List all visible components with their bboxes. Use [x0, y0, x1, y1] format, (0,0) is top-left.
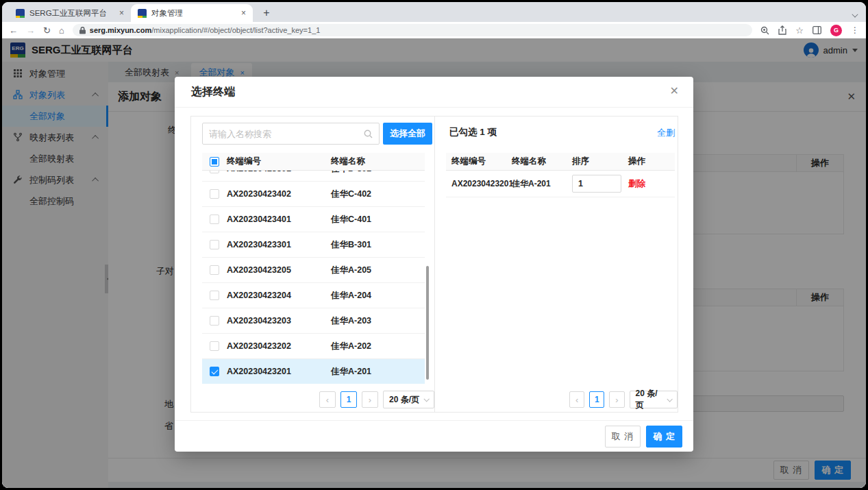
delete-link[interactable]: 删除	[628, 179, 645, 188]
terminal-code: AX20230423401	[227, 215, 331, 224]
terminal-code: AX20230423501	[227, 171, 331, 173]
terminal-name: 佳华C-402	[331, 188, 425, 200]
terminal-row[interactable]: AX20230423205佳华A-205	[202, 258, 425, 283]
next-page-button[interactable]: ›	[362, 391, 378, 408]
terminal-name: 佳华C-401	[331, 214, 425, 225]
terminal-code: AX20230423203	[227, 316, 331, 326]
select-terminal-modal: 选择终端 ✕ 选择全部 终端编号 终端名称 AX20230423501佳华D-5…	[175, 77, 693, 452]
scrollbar-thumb[interactable]	[426, 266, 429, 380]
browser-window: SERG工业互联网平台 × 对象管理 × + ← → ↻ ⌂ serg.mixy…	[2, 2, 866, 488]
terminal-code: AX20230423201	[446, 179, 512, 188]
page-number-button[interactable]: 1	[340, 391, 357, 408]
url-path: /mixapplication/#/object/object/list?act…	[151, 26, 320, 34]
row-checkbox[interactable]	[210, 215, 219, 224]
home-icon[interactable]: ⌂	[59, 26, 64, 35]
terminal-code: AX20230423205	[227, 265, 331, 275]
chevron-down-icon	[667, 396, 673, 402]
tab-close-icon[interactable]: ×	[241, 8, 246, 18]
lock-icon	[79, 27, 86, 34]
column-header-code: 终端编号	[227, 156, 331, 167]
page-size-value: 20 条/页	[636, 388, 663, 411]
terminal-name: 佳华A-201	[512, 178, 572, 190]
refresh-icon[interactable]: ↻	[43, 26, 51, 35]
browser-tab-1[interactable]: SERG工业互联网平台 ×	[9, 4, 131, 22]
terminal-name: 佳华B-301	[331, 239, 425, 251]
modal-footer: 取 消 确 定	[175, 420, 693, 452]
chevron-down-icon	[423, 396, 429, 402]
terminal-row[interactable]: AX20230423501佳华D-501	[202, 171, 425, 182]
selected-terminal-row: AX20230423201佳华A-201删除	[446, 171, 675, 197]
terminal-row[interactable]: AX20230423203佳华A-203	[202, 308, 425, 334]
right-pagination: ‹ 1 › 20 条/页	[569, 391, 678, 408]
terminal-name: 佳华A-201	[331, 366, 425, 378]
search-input[interactable]	[209, 129, 360, 139]
side-panel-icon[interactable]	[813, 26, 821, 34]
bookmark-icon[interactable]: ☆	[795, 25, 804, 36]
selected-summary: 已勾选 1 项	[449, 126, 497, 138]
row-checkbox[interactable]	[210, 240, 219, 249]
row-checkbox[interactable]	[210, 265, 219, 275]
terminal-code: AX20230423402	[227, 189, 331, 199]
row-checkbox[interactable]	[210, 367, 219, 376]
select-all-button[interactable]: 选择全部	[383, 123, 432, 145]
browser-toolbar: ← → ↻ ⌂ serg.mixyun.com/mixapplication/#…	[2, 22, 866, 38]
modal-header: 选择终端	[175, 77, 693, 108]
modal-confirm-button[interactable]: 确 定	[646, 426, 682, 448]
delete-all-link[interactable]: 全删	[657, 127, 675, 139]
select-all-checkbox[interactable]	[210, 157, 219, 167]
terminal-search-field[interactable]	[202, 123, 380, 145]
column-header-order: 排序	[572, 156, 628, 167]
page-size-select[interactable]: 20 条/页	[630, 391, 678, 408]
tab-title: 对象管理	[151, 8, 236, 19]
browser-profile-avatar[interactable]: G	[830, 25, 842, 36]
terminal-code: AX20230423301	[227, 240, 331, 249]
zoom-icon[interactable]	[760, 26, 769, 35]
column-header-code: 终端编号	[446, 156, 512, 167]
app-page: ERG SERG工业互联网平台 admin 对象管理 对象列表 全部对象	[2, 38, 866, 488]
terminal-row[interactable]: AX20230423402佳华C-402	[202, 182, 425, 207]
terminal-row[interactable]: AX20230423401佳华C-401	[202, 207, 425, 232]
row-checkbox[interactable]	[210, 341, 219, 351]
order-input[interactable]	[572, 175, 621, 193]
browser-tab-2[interactable]: 对象管理 ×	[131, 4, 253, 22]
search-icon	[364, 130, 373, 138]
page-number-button[interactable]: 1	[589, 391, 604, 408]
url-host: serg.mixyun.com	[90, 26, 151, 34]
terminal-name: 佳华A-205	[331, 265, 425, 276]
modal-close-icon[interactable]: ✕	[670, 86, 679, 97]
row-checkbox[interactable]	[210, 291, 219, 300]
new-tab-button[interactable]: +	[260, 7, 273, 19]
terminal-code: AX20230423201	[227, 367, 331, 376]
terminal-row[interactable]: AX20230423301佳华B-301	[202, 232, 425, 258]
tab-title: SERG工业互联网平台	[29, 8, 114, 19]
panel-divider	[434, 117, 435, 412]
column-header-name: 终端名称	[512, 156, 572, 167]
address-bar[interactable]: serg.mixyun.com/mixapplication/#/object/…	[73, 24, 753, 36]
transfer-container: 选择全部 终端编号 终端名称 AX20230423501佳华D-501AX202…	[190, 116, 678, 413]
browser-menu-icon[interactable]: ⋮	[851, 25, 859, 35]
favicon	[16, 9, 25, 18]
prev-page-button[interactable]: ‹	[319, 391, 336, 408]
share-icon[interactable]	[778, 25, 786, 35]
forward-icon[interactable]: →	[26, 26, 35, 35]
next-page-button[interactable]: ›	[609, 391, 624, 408]
row-checkbox[interactable]	[210, 316, 219, 326]
row-checkbox[interactable]	[210, 171, 219, 173]
modal-title: 选择终端	[191, 85, 235, 99]
prev-page-button[interactable]: ‹	[569, 391, 584, 408]
tab-search-icon[interactable]	[852, 11, 858, 17]
terminal-row[interactable]: AX20230423201佳华A-201	[202, 359, 425, 384]
terminal-row[interactable]: AX20230423202佳华A-202	[202, 334, 425, 359]
left-table-header: 终端编号 终端名称	[202, 153, 425, 171]
terminal-name: 佳华D-501	[331, 171, 425, 175]
favicon	[138, 9, 147, 18]
terminal-name: 佳华A-203	[331, 315, 425, 327]
terminal-row[interactable]: AX20230423204佳华A-204	[202, 283, 425, 308]
row-checkbox[interactable]	[210, 189, 219, 199]
left-table-body[interactable]: AX20230423501佳华D-501AX20230423402佳华C-402…	[202, 171, 425, 384]
tab-close-icon[interactable]: ×	[119, 8, 124, 18]
back-icon[interactable]: ←	[9, 26, 18, 35]
terminal-code: AX20230423204	[227, 291, 331, 300]
page-size-select[interactable]: 20 条/页	[383, 391, 434, 408]
modal-cancel-button[interactable]: 取 消	[605, 426, 641, 448]
